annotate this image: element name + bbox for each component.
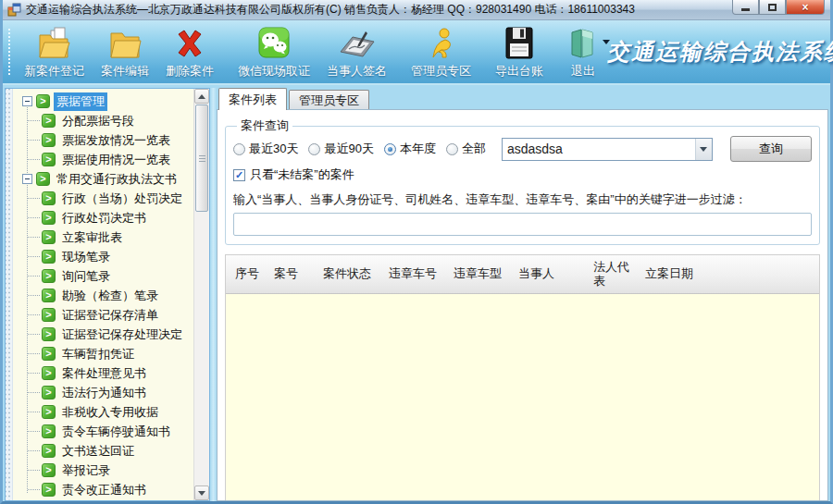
checkbox-label: 只看“未结案”的案件 (250, 166, 354, 183)
tree-item[interactable]: 行政（当场）处罚决定 (13, 189, 193, 208)
tree-item[interactable]: 票据使用情况一览表 (13, 150, 193, 169)
tree-connector (28, 256, 40, 257)
maximize-button[interactable] (759, 0, 786, 15)
edit-case-folder-icon (107, 25, 143, 62)
tree-item[interactable]: 证据登记保存清单 (13, 305, 193, 325)
table-header-cell[interactable]: 违章车号 (379, 255, 444, 293)
export-ledger-button[interactable]: 导出台账 (487, 20, 552, 83)
tree-node-icon (42, 405, 56, 419)
toolbar: 新案件登记 案件编辑 删除案件 (3, 20, 830, 85)
thumb-grip-icon (199, 155, 205, 162)
radio-icon (384, 143, 396, 155)
collapse-icon[interactable] (22, 96, 32, 106)
tree-item[interactable]: 现场笔录 (13, 247, 193, 266)
new-case-button[interactable]: 新案件登记 (16, 20, 93, 83)
tree-connector (28, 334, 40, 335)
admin-zone-button[interactable]: 管理员专区 (403, 20, 479, 83)
tree-item[interactable]: 证据登记保存处理决定 (13, 325, 193, 344)
tab[interactable]: 案件列表 (218, 88, 287, 110)
delete-case-button[interactable]: 删除案件 (157, 20, 222, 83)
tree-item[interactable]: 行政处罚决定书 (13, 208, 193, 227)
tree-node-icon (42, 191, 56, 205)
tree-item[interactable]: 分配票据号段 (13, 111, 193, 130)
table-header-cell[interactable]: 案号 (265, 255, 314, 293)
combobox-dropdown-button[interactable] (695, 139, 712, 160)
tree-connector (28, 353, 40, 354)
tree-item-label: 票据使用情况一览表 (59, 151, 173, 169)
unclosed-filter-row[interactable]: 只看“未结案”的案件 (233, 165, 812, 185)
panel-splitter[interactable] (210, 88, 217, 501)
query-button[interactable]: 查询 (730, 136, 812, 162)
date-range-radio[interactable]: 全部 (446, 141, 486, 157)
exit-button[interactable]: 退出 (559, 20, 607, 83)
scrollbar-track[interactable] (194, 213, 209, 486)
tree-item[interactable]: 勘验（检查）笔录 (13, 286, 193, 305)
scroll-up-button[interactable] (194, 89, 209, 104)
tree-item[interactable]: 车辆暂扣凭证 (13, 344, 193, 363)
tree-item[interactable]: 票据发放情况一览表 (13, 130, 193, 150)
tree-node-icon (42, 133, 56, 147)
tree-item[interactable]: 责令改正通知书 (13, 480, 193, 499)
tree-item[interactable]: 非税收入专用收据 (13, 402, 193, 422)
table-header-cell[interactable]: 当事人 (509, 255, 584, 293)
exit-dropdown-arrow-icon[interactable] (603, 40, 610, 44)
arrow-down-icon (198, 491, 205, 496)
table-body-empty[interactable] (226, 294, 819, 500)
tree-item[interactable]: 常用交通行政执法文书 (13, 169, 193, 189)
wechat-evidence-button[interactable]: 微信现场取证 (230, 20, 318, 83)
date-range-radio[interactable]: 最近90天 (308, 141, 373, 157)
case-list-content: 案件查询 最近30天 最近90天 本年度 全部 asdasdsa (217, 109, 828, 501)
tab[interactable]: 管理员专区 (289, 90, 369, 110)
toolbar-button-label: 导出台账 (495, 63, 543, 80)
toolbar-button-label: 案件编辑 (101, 63, 149, 80)
keyword-combobox[interactable]: asdasdsa (502, 138, 713, 161)
date-range-radio[interactable]: 最近30天 (233, 141, 298, 157)
tree-node-icon (42, 153, 56, 166)
radio-label: 本年度 (400, 141, 436, 157)
minimize-button[interactable] (732, 0, 759, 15)
tree-node-icon (42, 289, 56, 302)
table-header-cell[interactable]: 立案日期 (636, 255, 819, 293)
tree-item-label: 文书送达回证 (59, 442, 137, 461)
close-button[interactable]: × (786, 0, 825, 15)
edit-case-button[interactable]: 案件编辑 (93, 20, 157, 83)
delete-x-icon (172, 25, 207, 62)
unclosed-only-checkbox[interactable] (233, 169, 245, 181)
scrollbar-thumb[interactable] (195, 104, 208, 212)
tree-node-icon (42, 444, 56, 458)
tree-item[interactable]: 立案审批表 (13, 227, 193, 247)
toolbar-grip-handle[interactable] (7, 28, 12, 76)
scroll-down-button[interactable] (194, 486, 209, 500)
tree-item[interactable]: 违法行为通知书 (13, 383, 193, 402)
collapse-icon[interactable] (22, 174, 32, 184)
table-header-cell[interactable]: 违章车型 (444, 255, 509, 293)
panel-grip-strip[interactable] (6, 89, 13, 500)
tree-node-icon (42, 269, 56, 283)
tree-item[interactable]: 文书送达回证 (13, 441, 193, 461)
arrow-up-icon (198, 94, 205, 99)
document-tree-panel: 票据管理 分配票据号段 票据发放情况一览表 票据使用情况一览表 常用交通行政执法… (5, 88, 210, 501)
tree-item[interactable]: 票据管理 (13, 92, 193, 111)
titlebar: 交通运输综合执法系统—北京万政通达科技有限公司版权所有(C) 销售负责人：杨经理… (3, 0, 830, 20)
date-range-radio[interactable]: 本年度 (384, 141, 436, 157)
tree-item[interactable]: 责令车辆停驶通知书 (13, 422, 193, 441)
tree-item[interactable]: 询问笔录 (13, 266, 193, 286)
tree-item-label: 举报记录 (59, 461, 113, 480)
tree-item-label: 责令改正通知书 (59, 481, 149, 499)
admin-person-icon (424, 25, 459, 62)
party-signature-button[interactable]: 当事人签名 (318, 20, 395, 83)
tree-connector (28, 140, 40, 141)
tree-item[interactable]: 案件处理意见书 (13, 363, 193, 383)
table-header-cell[interactable]: 案件状态 (314, 255, 379, 293)
table-header-cell[interactable]: 序号 (226, 255, 265, 293)
radio-label: 最近90天 (324, 141, 373, 157)
tree-connector (28, 159, 40, 160)
toolbar-button-label: 新案件登记 (24, 63, 84, 80)
tree-item[interactable]: 举报记录 (13, 461, 193, 480)
tree-scrollbar[interactable] (193, 89, 209, 500)
combobox-value: asdasdsa (503, 141, 695, 156)
table-header-cell[interactable]: 法人代表 (584, 255, 636, 293)
tree-node-icon (42, 327, 56, 341)
tree-item-label: 立案审批表 (59, 228, 125, 247)
keyword-filter-input[interactable] (233, 213, 812, 236)
